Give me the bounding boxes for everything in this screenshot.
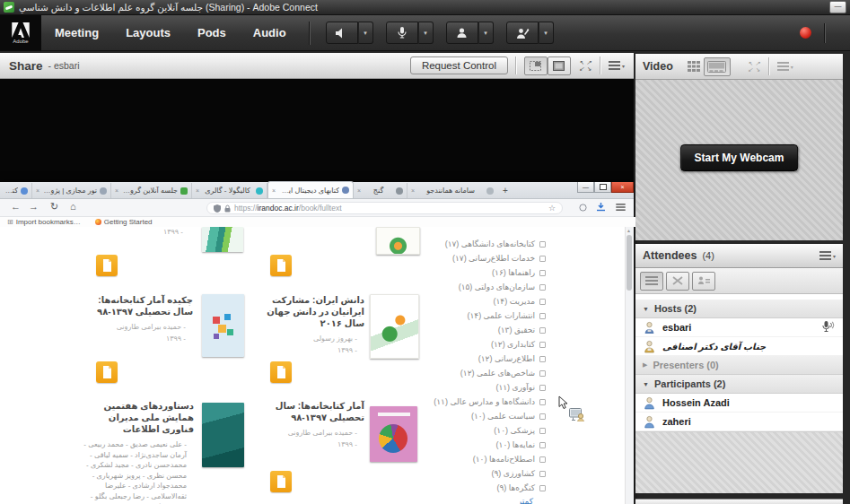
browser-tab[interactable]: × سامانه همانندجو	[407, 183, 497, 198]
menu-meeting[interactable]: Meeting	[41, 26, 112, 39]
close-tab-icon[interactable]: ×	[115, 187, 118, 194]
browser-restore-button[interactable]	[594, 182, 611, 193]
checkbox[interactable]	[539, 485, 546, 491]
checkbox[interactable]	[539, 456, 546, 463]
attendee-list-view-button[interactable]	[640, 272, 663, 291]
download-icon[interactable]	[596, 203, 606, 212]
share-view-toggle-solid[interactable]	[548, 56, 571, 75]
browser-tab-active[interactable]: × کتابهای دیجیتال ایران	[267, 181, 354, 198]
microphone-dropdown[interactable]: ▾	[418, 22, 434, 44]
browser-minimize-button[interactable]: —	[577, 182, 594, 193]
checkbox[interactable]	[539, 342, 546, 348]
browser-tab[interactable]: × جلسه آنلاین گروه علم ا	[111, 183, 192, 198]
browser-close-button[interactable]: ×	[611, 182, 634, 193]
checkbox[interactable]	[539, 385, 546, 391]
category-filter[interactable]: کشاورزی (۹)	[492, 467, 546, 480]
checkbox[interactable]	[539, 471, 546, 477]
video-pod-menu-button[interactable]: ▾	[777, 62, 793, 71]
checkbox[interactable]	[539, 356, 546, 362]
book-entry[interactable]: دستاوردهای هفتمین همایش ملی مدیران فناور…	[79, 400, 194, 504]
attendee-row-esbari[interactable]: esbari	[635, 318, 843, 337]
category-filter[interactable]: کتابداری (۱۲)	[491, 338, 546, 351]
status-dropdown[interactable]: ▾	[539, 22, 554, 44]
close-tab-icon[interactable]: ×	[272, 187, 276, 194]
category-filter[interactable]: تحقیق (۱۳)	[498, 324, 546, 336]
book-cover[interactable]	[376, 227, 420, 255]
scroll-up-icon[interactable]: ▲	[627, 228, 631, 233]
collapse-triangle-icon[interactable]: ▼	[643, 381, 649, 387]
close-tab-icon[interactable]: ×	[357, 187, 361, 194]
book-title[interactable]: چکیده آمار کتابخانه‌ها: سال تحصیلی ۱۳۹۷-…	[79, 294, 193, 317]
scrollbar-thumb[interactable]	[627, 235, 632, 291]
checkbox[interactable]	[539, 442, 546, 448]
category-filter[interactable]: اصطلاح‌نامه‌ها (۱۰)	[473, 453, 546, 465]
bookmark-star-icon[interactable]: ☆	[548, 204, 556, 213]
category-filter[interactable]: کنگره‌ها (۹)	[497, 482, 546, 494]
home-button[interactable]: ⌂	[70, 201, 76, 212]
presenters-section-header[interactable]: ▶ Presenters (0)	[635, 356, 843, 375]
book-cover[interactable]	[370, 406, 417, 462]
category-filter[interactable]: راهنماها (۱۶)	[492, 266, 546, 279]
browser-tab[interactable]: × گنج	[354, 183, 407, 198]
checkbox[interactable]	[539, 413, 546, 420]
menu-layouts[interactable]: Layouts	[112, 26, 184, 39]
participants-section-header[interactable]: ▼ Participants (2)	[635, 375, 843, 394]
pdf-download-icon[interactable]	[270, 255, 292, 276]
category-filter[interactable]: انتشارات علمی (۱۴)	[467, 309, 546, 322]
browser-tab[interactable]: × کالیگولا - گالری	[192, 183, 267, 198]
bookmark-import[interactable]: ⊞ Import bookmarks…	[7, 218, 81, 226]
checkbox[interactable]	[539, 299, 546, 305]
video-filmstrip-view-button[interactable]	[704, 57, 731, 76]
category-filter[interactable]: خدمات اطلاع‌رسانی (۱۷)	[452, 252, 546, 265]
checkbox[interactable]	[539, 313, 546, 319]
request-control-button[interactable]: Request Control	[410, 56, 508, 74]
book-cover[interactable]	[202, 227, 243, 252]
category-filter[interactable]: مدیریت (۱۴)	[493, 295, 546, 308]
checkbox[interactable]	[539, 284, 546, 291]
category-filter[interactable]: نمایه‌ها (۱۰)	[496, 439, 546, 451]
reload-button[interactable]: ↻	[50, 201, 58, 213]
video-fullscreen-button[interactable]: ↖↗↙↘	[747, 60, 761, 73]
close-tab-icon[interactable]: ×	[411, 187, 415, 194]
page-scrollbar[interactable]: ▲	[625, 227, 634, 504]
forward-button[interactable]: →	[29, 201, 39, 212]
checkbox[interactable]	[539, 428, 546, 434]
browser-tab[interactable]: × تور مجازی | پژوهشکده	[32, 183, 111, 198]
attendee-row-host2[interactable]: جناب آقای دکتر اصنافی	[635, 337, 843, 356]
book-cover[interactable]	[370, 294, 419, 359]
checkbox[interactable]	[539, 241, 546, 248]
category-filter[interactable]: کتابخانه‌های دانشگاهی (۱۷)	[445, 238, 546, 250]
book-title[interactable]: دانش ایران: مشارکت ایرانیان در دانش جهان…	[250, 294, 364, 329]
window-minimize-button[interactable]: —	[829, 1, 846, 13]
checkbox[interactable]	[539, 327, 546, 334]
checkbox[interactable]	[539, 370, 546, 377]
checkbox[interactable]	[539, 270, 546, 276]
category-filter[interactable]: نوآوری (۱۱)	[495, 381, 546, 394]
menu-audio[interactable]: Audio	[240, 26, 300, 39]
share-pod-menu-button[interactable]: ▾	[609, 61, 625, 70]
show-less-link[interactable]: کمتر	[518, 497, 533, 504]
webcam-dropdown[interactable]: ▾	[478, 22, 494, 44]
checkbox[interactable]	[539, 256, 546, 262]
category-filter[interactable]: اطلاع‌رسانی (۱۲)	[478, 352, 546, 365]
attendee-row-participant[interactable]: Hossein Azadi	[635, 394, 843, 413]
protections-icon[interactable]	[579, 204, 587, 212]
checkbox[interactable]	[539, 399, 546, 405]
browser-tab[interactable]: کتابهای دیجیتال ایران	[0, 183, 32, 198]
category-filter[interactable]: پزشکی (۱۰)	[494, 424, 546, 437]
book-title[interactable]: دستاوردهای هفتمین همایش ملی مدیران فناور…	[79, 400, 194, 435]
webcam-button[interactable]	[446, 22, 478, 44]
new-tab-button[interactable]: +	[497, 186, 513, 196]
video-grid-view-button[interactable]	[688, 61, 700, 72]
speaker-dropdown[interactable]: ▾	[358, 22, 373, 44]
raise-hand-button[interactable]	[506, 22, 539, 44]
pdf-download-icon[interactable]	[96, 255, 118, 276]
pdf-download-icon[interactable]	[96, 361, 118, 383]
pdf-download-icon[interactable]	[270, 471, 292, 492]
share-view-toggle-dashed[interactable]	[524, 56, 548, 75]
attendee-row-participant[interactable]: zaheri	[635, 413, 843, 431]
close-tab-icon[interactable]: ×	[36, 187, 39, 194]
collapse-triangle-icon[interactable]: ▼	[643, 306, 649, 312]
back-button[interactable]: ←	[11, 201, 21, 212]
collapse-triangle-icon[interactable]: ▶	[643, 361, 647, 369]
